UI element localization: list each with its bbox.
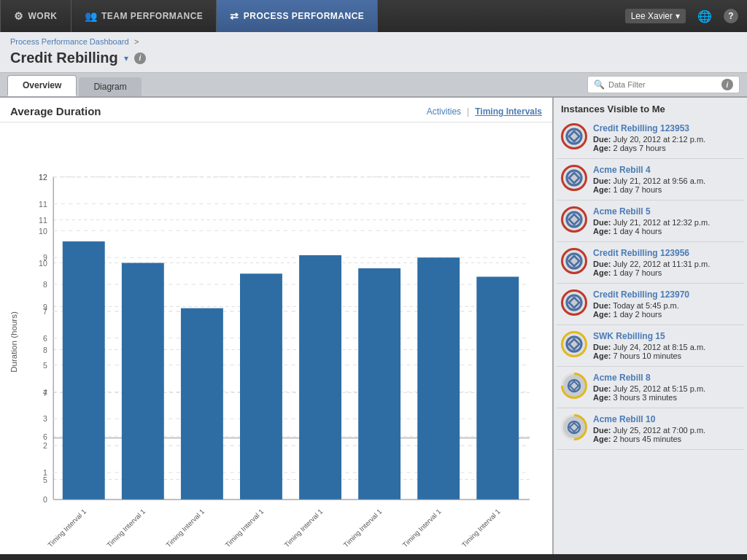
instance-name[interactable]: SWK Rebilling 15 — [593, 331, 705, 341]
svg-text:5: 5 — [43, 361, 47, 370]
list-item[interactable]: Credit Rebilling 123956 Due: July 22, 20… — [557, 242, 744, 284]
bottom-bar: IBM — [0, 554, 747, 560]
svg-text:11: 11 — [39, 216, 47, 225]
instance-due: Due: July 25, 2012 at 7:00 p.m. — [593, 426, 705, 435]
instance-name[interactable]: Acme Rebill 5 — [593, 206, 710, 217]
chart-header: Average Duration Activities | Timing Int… — [0, 98, 552, 122]
team-icon: 👥 — [85, 10, 98, 22]
nav-tab-team[interactable]: 👥 TEAM PERFORMANCE — [71, 0, 217, 32]
svg-text:Timing Interval 1: Timing Interval 1 — [341, 508, 383, 549]
nav-tab-team-label: TEAM PERFORMANCE — [101, 11, 203, 21]
svg-text:6: 6 — [43, 334, 47, 343]
instance-due: Due: July 22, 2012 at 11:31 p.m. — [593, 260, 710, 268]
chart-svg-container: Duration (hours) 12 11 10 9 8 7 6 — [0, 122, 552, 554]
bar-3 — [181, 308, 223, 499]
chart-link-timing[interactable]: Timing Intervals — [475, 106, 542, 117]
chart-links: Activities | Timing Intervals — [427, 106, 542, 117]
svg-text:3: 3 — [43, 414, 47, 423]
chart-panel: Average Duration Activities | Timing Int… — [0, 98, 554, 554]
instance-name[interactable]: Credit Rebilling 123956 — [593, 248, 710, 258]
instance-due: Due: July 21, 2012 at 9:56 a.m. — [593, 176, 705, 185]
page-title: Credit Rebilling — [10, 50, 118, 66]
svg-point-59 — [565, 169, 583, 187]
list-item[interactable]: Credit Rebilling 123953 Due: July 20, 20… — [557, 117, 744, 159]
tab-diagram[interactable]: Diagram — [79, 77, 141, 96]
svg-point-77 — [565, 294, 583, 311]
nav-tab-work[interactable]: ⚙ WORK — [0, 0, 71, 32]
bar-8 — [476, 277, 519, 499]
instance-status-icon — [561, 248, 587, 274]
instance-status-icon — [561, 373, 587, 399]
breadcrumb-separator: > — [134, 37, 139, 46]
list-item[interactable]: Acme Rebill 10 Due: July 25, 2012 at 7:0… — [557, 408, 744, 450]
svg-text:9: 9 — [43, 253, 47, 262]
nav-tab-work-label: WORK — [28, 11, 58, 21]
instance-info: Acme Rebill 5 Due: July 21, 2012 at 12:3… — [593, 206, 710, 236]
instance-info: Acme Rebill 4 Due: July 21, 2012 at 9:56… — [593, 165, 705, 194]
instance-info: SWK Rebilling 15 Due: July 24, 2012 at 8… — [593, 331, 705, 360]
instance-info: Acme Rebill 10 Due: July 25, 2012 at 7:0… — [593, 414, 705, 443]
list-item[interactable]: SWK Rebilling 15 Due: July 24, 2012 at 8… — [557, 325, 744, 367]
list-item[interactable]: Acme Rebill 5 Due: July 21, 2012 at 12:3… — [557, 201, 744, 242]
instances-title: Instances Visible to Me — [554, 98, 747, 117]
svg-text:1: 1 — [43, 468, 47, 477]
instance-info: Credit Rebilling 123970 Due: Today at 5:… — [593, 289, 689, 319]
svg-text:Timing Interval 1: Timing Interval 1 — [223, 508, 265, 549]
bar-6 — [358, 268, 400, 499]
instance-name[interactable]: Credit Rebilling 123970 — [593, 289, 689, 300]
list-item[interactable]: Credit Rebilling 123970 Due: Today at 5:… — [557, 284, 744, 325]
instance-status-icon — [561, 123, 587, 149]
svg-point-65 — [565, 211, 583, 228]
instance-due: Due: July 21, 2012 at 12:32 p.m. — [593, 218, 710, 227]
instance-age: Age: 1 day 7 hours — [593, 185, 705, 194]
user-dropdown-arrow: ▾ — [676, 11, 680, 21]
bar-1 — [63, 241, 105, 499]
nav-tab-process-label: PROCESS PERFORMANCE — [244, 11, 365, 21]
tab-overview[interactable]: Overview — [7, 75, 77, 96]
chart-link-activities[interactable]: Activities — [427, 106, 461, 117]
instance-name[interactable]: Acme Rebill 8 — [593, 373, 705, 383]
svg-text:8: 8 — [43, 280, 47, 289]
help-icon[interactable]: ? — [724, 9, 738, 23]
bar-5 — [299, 255, 341, 499]
svg-point-71 — [565, 252, 583, 270]
filter-info-icon[interactable]: i — [721, 79, 733, 90]
instance-age: Age: 7 hours 10 minutes — [593, 351, 705, 360]
page-info-icon[interactable]: i — [134, 52, 146, 64]
instance-due: Due: July 25, 2012 at 5:15 p.m. — [593, 384, 705, 393]
svg-text:2: 2 — [43, 441, 47, 450]
page-title-row: Credit Rebilling ▾ i — [10, 47, 737, 72]
list-item[interactable]: Acme Rebill 8 Due: July 25, 2012 at 5:15… — [557, 367, 744, 408]
svg-text:0: 0 — [43, 495, 47, 504]
instance-age: Age: 1 day 7 hours — [593, 268, 710, 277]
chart-title: Average Duration — [10, 105, 101, 117]
breadcrumb-parent[interactable]: Process Performance Dashboard — [10, 37, 129, 46]
list-item[interactable]: Acme Rebill 4 Due: July 21, 2012 at 9:56… — [557, 159, 744, 201]
user-dropdown[interactable]: Lee Xavier ▾ — [625, 9, 686, 23]
svg-text:6: 6 — [43, 432, 47, 441]
instances-list: Credit Rebilling 123953 Due: July 20, 20… — [554, 117, 747, 554]
y-axis-label: Duration (hours) — [9, 311, 18, 373]
right-panel: Instances Visible to Me Credit Rebilling… — [554, 98, 747, 554]
instance-status-icon — [561, 289, 587, 316]
nav-tab-process[interactable]: ⇄ PROCESS PERFORMANCE — [217, 0, 378, 32]
svg-text:Timing Interval 1: Timing Interval 1 — [46, 508, 88, 549]
bar-4 — [240, 273, 282, 499]
instance-name[interactable]: Acme Rebill 10 — [593, 414, 705, 424]
instance-name[interactable]: Acme Rebill 4 — [593, 165, 705, 175]
svg-text:8: 8 — [43, 346, 47, 354]
breadcrumb-bar: Process Performance Dashboard > Credit R… — [0, 32, 747, 73]
instance-age: Age: 2 days 7 hours — [593, 144, 705, 152]
svg-text:Timing Interval 1: Timing Interval 1 — [282, 508, 324, 549]
work-icon: ⚙ — [14, 10, 24, 22]
svg-point-53 — [565, 128, 583, 145]
instance-age: Age: 1 day 2 hours — [593, 310, 689, 319]
data-filter-input[interactable] — [608, 80, 718, 89]
globe-icon[interactable]: 🌐 — [693, 8, 716, 25]
bar-7 — [417, 257, 460, 499]
instance-due: Due: July 20, 2012 at 2:12 p.m. — [593, 135, 705, 144]
instance-name[interactable]: Credit Rebilling 123953 — [593, 123, 705, 133]
page-title-dropdown[interactable]: ▾ — [124, 53, 128, 63]
instance-age: Age: 2 hours 45 minutes — [593, 435, 705, 443]
filter-search-icon: 🔍 — [594, 79, 605, 90]
